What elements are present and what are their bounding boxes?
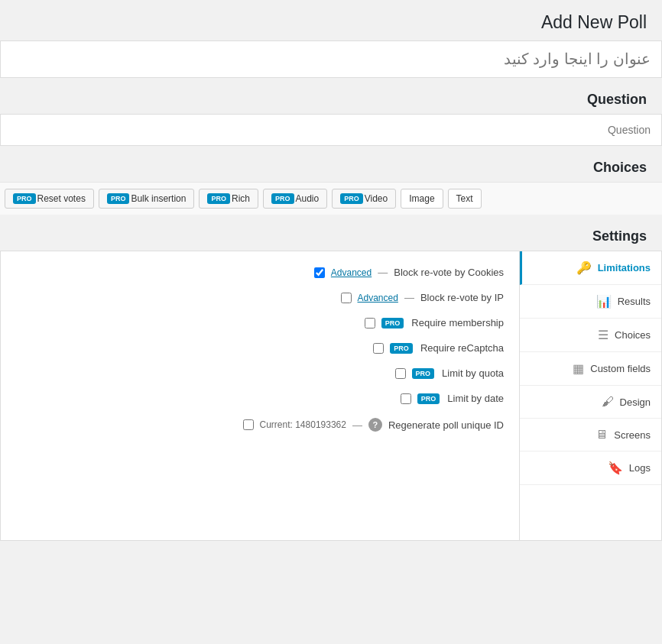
sidebar-item-logs[interactable]: 🔖Logs (520, 451, 661, 485)
settings-sidebar: 🔑Limitations📊Results☰Choices▦Custom fiel… (520, 251, 661, 540)
advanced-link-block-revote-ip[interactable]: Advanced (358, 293, 398, 303)
settings-row-regenerate-id: Current: 1480193362—?Regenerate poll uni… (16, 418, 504, 432)
label-limit-date: Limit by date (447, 393, 504, 404)
sidebar-label-custom-fields: Custom fields (590, 363, 651, 374)
sidebar-label-choices: Choices (615, 329, 651, 341)
page-wrapper: Add New Poll Question Choices PROReset v… (0, 0, 662, 644)
label-require-membership: Require membership (411, 317, 504, 328)
question-input-wrapper (0, 114, 662, 146)
design-icon: 🖌 (602, 395, 614, 409)
settings-layout: Advanced—Block re-vote by CookiesAdvance… (0, 251, 662, 541)
settings-row-block-revote-ip: Advanced—Block re-vote by IP (16, 292, 504, 303)
question-section-header: Question (0, 78, 662, 114)
label-regenerate-id: Regenerate poll unique ID (388, 419, 504, 431)
choices-icon: ☰ (598, 328, 608, 342)
choices-btn-video[interactable]: PROVideo (332, 189, 396, 209)
pro-badge: PRO (271, 193, 294, 204)
dash: — (352, 419, 362, 431)
poll-title-input[interactable] (0, 40, 662, 78)
limitations-icon: 🔑 (576, 261, 592, 275)
label-limit-quota: Limit by quota (442, 367, 504, 379)
checkbox-limit-quota[interactable] (395, 368, 406, 379)
choices-btn-bulk-insertion[interactable]: PROBulk insertion (99, 189, 195, 209)
current-id-value: Current: 1480193362 (260, 419, 346, 430)
sidebar-label-design: Design (620, 396, 651, 408)
sidebar-item-screens[interactable]: 🖥Screens (520, 419, 661, 451)
choices-btn-text[interactable]: Text (448, 189, 482, 209)
sidebar-item-choices[interactable]: ☰Choices (520, 319, 661, 352)
choices-btn-reset-votes[interactable]: PROReset votes (5, 189, 94, 209)
pro-badge: PRO (381, 318, 404, 328)
settings-section-header: Settings (0, 215, 662, 251)
sidebar-item-design[interactable]: 🖌Design (520, 386, 661, 419)
label-block-revote-ip: Block re-vote by IP (420, 292, 504, 303)
title-row (0, 40, 662, 78)
settings-main: Advanced—Block re-vote by CookiesAdvance… (1, 251, 520, 540)
results-icon: 📊 (596, 294, 612, 309)
checkbox-block-revote-ip[interactable] (341, 293, 352, 303)
custom-fields-icon: ▦ (573, 361, 584, 376)
choices-btn-audio[interactable]: PROAudio (263, 189, 327, 209)
settings-row-require-membership: PRORequire membership (16, 317, 504, 328)
pro-badge: PRO (412, 368, 435, 379)
advanced-link-block-revote-cookies[interactable]: Advanced (331, 267, 372, 278)
settings-row-block-revote-cookies: Advanced—Block re-vote by Cookies (16, 267, 504, 278)
sidebar-item-custom-fields[interactable]: ▦Custom fields (520, 352, 661, 386)
settings-row-require-recaptcha: PRORequire reCaptcha (16, 342, 504, 354)
help-icon[interactable]: ? (368, 418, 382, 432)
choices-toolbar: PROReset votesPROBulk insertionPRORichPR… (0, 182, 662, 215)
choices-btn-rich[interactable]: PRORich (199, 189, 258, 209)
pro-badge: PRO (390, 343, 413, 354)
pro-badge: PRO (13, 193, 36, 204)
choices-section-header: Choices (0, 146, 662, 182)
settings-row-limit-date: PROLimit by date (16, 393, 504, 404)
checkbox-require-membership[interactable] (365, 318, 375, 328)
page-header: Add New Poll (0, 0, 662, 40)
checkbox-limit-date[interactable] (401, 393, 411, 404)
sidebar-label-logs: Logs (629, 462, 651, 474)
screens-icon: 🖥 (595, 428, 608, 442)
pro-badge: PRO (417, 393, 440, 404)
dash: — (378, 267, 388, 278)
sidebar-label-screens: Screens (614, 429, 651, 441)
choices-btn-image[interactable]: Image (401, 189, 443, 209)
logs-icon: 🔖 (608, 461, 623, 475)
settings-row-limit-quota: PROLimit by quota (16, 367, 504, 379)
pro-badge: PRO (107, 193, 130, 204)
sidebar-item-results[interactable]: 📊Results (520, 285, 661, 319)
checkbox-block-revote-cookies[interactable] (314, 267, 325, 278)
dash: — (404, 292, 414, 303)
label-require-recaptcha: Require reCaptcha (420, 342, 504, 354)
sidebar-label-limitations: Limitations (598, 262, 651, 273)
sidebar-item-limitations[interactable]: 🔑Limitations (520, 251, 661, 285)
checkbox-regenerate-id[interactable] (243, 419, 254, 430)
label-block-revote-cookies: Block re-vote by Cookies (394, 267, 504, 278)
pro-badge: PRO (340, 193, 363, 204)
question-input[interactable] (0, 114, 662, 146)
page-title: Add New Poll (15, 12, 647, 33)
checkbox-require-recaptcha[interactable] (373, 343, 384, 354)
sidebar-label-results: Results (618, 296, 651, 307)
pro-badge: PRO (207, 193, 230, 204)
